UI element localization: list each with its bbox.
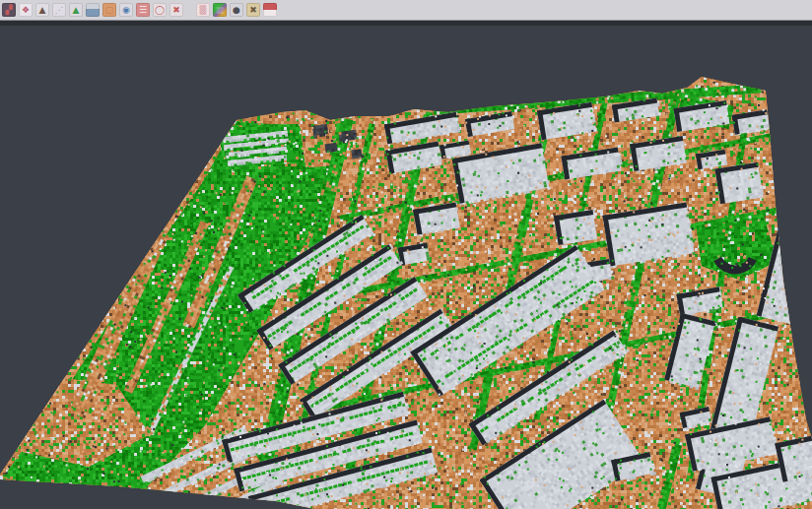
profile-view-icon[interactable] (86, 3, 100, 17)
surface-model-icon[interactable]: ▲ (69, 3, 83, 17)
density-grid-icon[interactable]: ▒ (196, 3, 210, 17)
points-merge-icon[interactable]: ❖ (19, 3, 33, 17)
toolbar: ▞❖▲⋰▲▢◉☰◯✖▒▦●✖ (0, 0, 812, 21)
sparse-points-icon[interactable]: ⋰ (52, 3, 66, 17)
application-window: ▞❖▲⋰▲▢◉☰◯✖▒▦●✖ (0, 0, 812, 509)
flag-icon[interactable] (263, 3, 277, 17)
viewport-container (0, 26, 812, 509)
classification-colors-icon[interactable]: ▦ (213, 3, 227, 17)
terrain-icon[interactable]: ▲ (35, 3, 49, 17)
orthophoto-icon[interactable]: ▢ (102, 3, 116, 17)
scanline-icon[interactable]: ☰ (136, 3, 150, 17)
marker-tool-icon[interactable]: ▞ (2, 3, 16, 17)
toolbar-group: ▒▦●✖ (196, 3, 280, 17)
clip-box-icon[interactable]: ✖ (246, 3, 260, 17)
toolbar-group: ▞❖▲⋰▲▢◉☰◯✖ (2, 3, 186, 17)
camera-icon[interactable]: ● (230, 3, 243, 17)
extent-icon[interactable]: ✖ (169, 3, 183, 17)
rotate-view-icon[interactable]: ◉ (119, 3, 133, 17)
circle-select-icon[interactable]: ◯ (153, 3, 167, 17)
3d-point-cloud-viewport[interactable] (0, 26, 812, 509)
